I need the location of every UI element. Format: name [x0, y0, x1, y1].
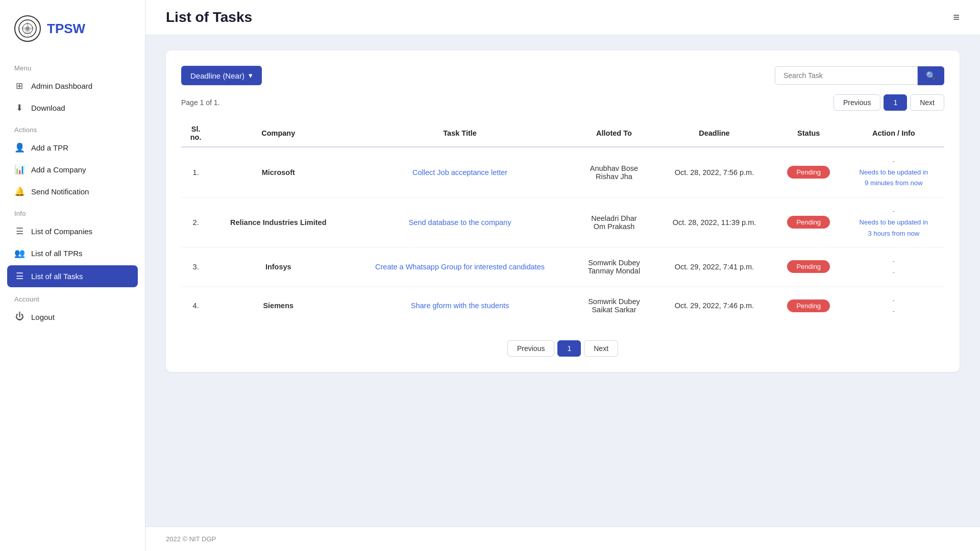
task-link[interactable]: Send database to the company — [409, 218, 511, 227]
cell-alloted-to: Somwrik DubeySaikat Sarkar — [574, 286, 654, 325]
cell-task-title[interactable]: Send database to the company — [346, 197, 574, 247]
bottom-page-1-button[interactable]: 1 — [557, 340, 581, 357]
status-badge: Pending — [787, 216, 830, 229]
search-icon: 🔍 — [926, 71, 936, 80]
bottom-next-button[interactable]: Next — [584, 340, 618, 357]
cell-company: Siemens — [210, 286, 346, 325]
col-status: Status — [774, 120, 843, 147]
sidebar-item-list-tprs[interactable]: 👥 List of all TPRs — [0, 242, 145, 264]
top-previous-button[interactable]: Previous — [834, 94, 880, 111]
cell-status: Pending — [774, 197, 843, 247]
col-company: Company — [210, 120, 346, 147]
search-input[interactable] — [775, 66, 918, 85]
table-row: 1.MicrosoftCollect Job acceptance letter… — [181, 147, 944, 197]
sidebar-item-logout[interactable]: ⏻ Logout — [0, 306, 145, 328]
sidebar-item-admin-dashboard[interactable]: ⊞ Admin Dashboard — [0, 75, 145, 97]
col-action-info: Action / Info — [843, 120, 944, 147]
group-icon: 👥 — [14, 248, 24, 259]
col-deadline: Deadline — [654, 120, 774, 147]
search-button[interactable]: 🔍 — [918, 66, 944, 85]
download-icon: ⬇ — [14, 103, 24, 113]
logo-icon — [14, 15, 41, 42]
toolbar: Deadline (Near) ▾ 🔍 — [181, 66, 944, 85]
table-row: 3.InfosysCreate a Whatsapp Group for int… — [181, 247, 944, 286]
col-sl: Sl.no. — [181, 120, 210, 147]
app-name: TPSW — [47, 21, 85, 37]
top-pagination-buttons: Previous 1 Next — [834, 94, 944, 111]
task-link[interactable]: Collect Job acceptance letter — [412, 168, 507, 177]
cell-action-info: -Needs to be updated in9 minutes from no… — [843, 147, 944, 197]
cell-action-info: -Needs to be updated in3 hours from now — [843, 197, 944, 247]
status-badge: Pending — [787, 260, 830, 273]
col-task-title: Task Title — [346, 120, 574, 147]
cell-alloted-to: Anubhav BoseRishav Jha — [574, 147, 654, 197]
list-icon: ☰ — [14, 226, 24, 237]
top-next-button[interactable]: Next — [910, 94, 944, 111]
cell-task-title[interactable]: Collect Job acceptance letter — [346, 147, 574, 197]
logout-icon: ⏻ — [14, 312, 24, 322]
actions-label: Actions — [0, 119, 145, 137]
cell-company: Reliance Industries Limited — [210, 197, 346, 247]
action-info-link[interactable]: Needs to be updated in3 hours from now — [860, 218, 928, 237]
cell-sl: 1. — [181, 147, 210, 197]
table-header: Sl.no. Company Task Title Alloted To Dea… — [181, 120, 944, 147]
cell-company: Microsoft — [210, 147, 346, 197]
cell-company: Infosys — [210, 247, 346, 286]
tasks-card: Deadline (Near) ▾ 🔍 Page 1 of 1. Previou… — [166, 51, 960, 372]
task-link[interactable]: Create a Whatsapp Group for interested c… — [375, 263, 545, 271]
task-link[interactable]: Share gform with the students — [411, 302, 509, 310]
cell-deadline: Oct. 28, 2022, 7:56 p.m. — [654, 147, 774, 197]
topbar: List of Tasks ≡ — [145, 0, 980, 35]
action-dash-2: - — [849, 306, 938, 317]
status-badge: Pending — [787, 166, 830, 179]
sidebar-item-download[interactable]: ⬇ Download — [0, 97, 145, 119]
action-info-link[interactable]: Needs to be updated in9 minutes from now — [860, 168, 928, 187]
cell-alloted-to: Somwrik DubeyTanmay Mondal — [574, 247, 654, 286]
chart-icon: 📊 — [14, 164, 24, 175]
page-info: Page 1 of 1. — [181, 98, 220, 107]
bottom-pagination: Previous 1 Next — [181, 340, 944, 357]
sidebar-item-label: Send Notification — [31, 187, 89, 196]
tasks-table: Sl.no. Company Task Title Alloted To Dea… — [181, 120, 944, 325]
table-body: 1.MicrosoftCollect Job acceptance letter… — [181, 147, 944, 325]
sidebar: TPSW Menu ⊞ Admin Dashboard ⬇ Download A… — [0, 0, 145, 551]
info-label: Info — [0, 203, 145, 220]
sidebar-item-label: Add a Company — [31, 165, 86, 174]
filter-dropdown-button[interactable]: Deadline (Near) ▾ — [181, 66, 262, 85]
cell-sl: 2. — [181, 197, 210, 247]
top-page-1-button[interactable]: 1 — [884, 94, 907, 111]
table-row: 2.Reliance Industries LimitedSend databa… — [181, 197, 944, 247]
cell-status: Pending — [774, 286, 843, 325]
action-dash: - — [849, 156, 938, 167]
action-dash-2: - — [849, 267, 938, 278]
sidebar-item-list-tasks[interactable]: ☰ List of all Tasks — [7, 265, 138, 287]
search-box: 🔍 — [775, 66, 944, 85]
sidebar-item-label: Admin Dashboard — [31, 82, 92, 90]
sidebar-logo: TPSW — [0, 10, 145, 57]
cell-task-title[interactable]: Share gform with the students — [346, 286, 574, 325]
cell-task-title[interactable]: Create a Whatsapp Group for interested c… — [346, 247, 574, 286]
bottom-previous-button[interactable]: Previous — [507, 340, 554, 357]
sidebar-item-send-notification[interactable]: 🔔 Send Notification — [0, 181, 145, 203]
sidebar-item-label: Logout — [31, 313, 55, 321]
grid-icon: ⊞ — [14, 81, 24, 91]
sidebar-item-add-company[interactable]: 📊 Add a Company — [0, 159, 145, 181]
action-dash-1: - — [849, 256, 938, 267]
hamburger-icon[interactable]: ≡ — [953, 11, 960, 24]
cell-deadline: Oct. 28, 2022, 11:39 p.m. — [654, 197, 774, 247]
person-icon: 👤 — [14, 142, 24, 153]
sidebar-item-list-companies[interactable]: ☰ List of Companies — [0, 220, 145, 242]
col-alloted-to: Alloted To — [574, 120, 654, 147]
sidebar-item-label: List of all Tasks — [31, 272, 83, 281]
cell-action-info: -- — [843, 286, 944, 325]
chevron-down-icon: ▾ — [249, 71, 253, 80]
status-badge: Pending — [787, 299, 830, 312]
cell-deadline: Oct. 29, 2022, 7:41 p.m. — [654, 247, 774, 286]
sidebar-item-label: Add a TPR — [31, 143, 68, 152]
cell-action-info: -- — [843, 247, 944, 286]
footer: 2022 © NIT DGP — [145, 527, 980, 551]
sidebar-item-label: List of all TPRs — [31, 249, 83, 258]
sidebar-item-add-tpr[interactable]: 👤 Add a TPR — [0, 137, 145, 159]
menu-label: Menu — [0, 57, 145, 75]
cell-alloted-to: Neeladri DharOm Prakash — [574, 197, 654, 247]
